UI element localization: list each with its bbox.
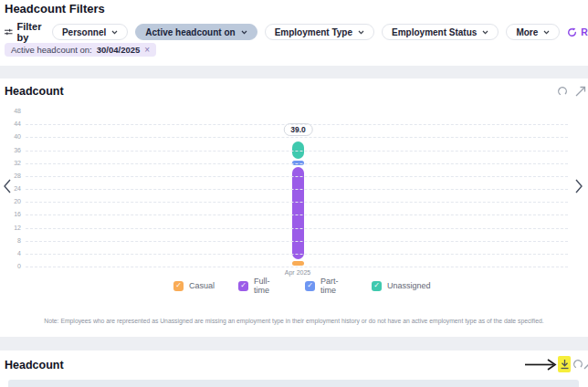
- headcount-chart-card: Headcount 39.0 Apr 2025 ✓Casual✓Full-tim…: [0, 78, 588, 337]
- section-divider: [0, 337, 588, 350]
- filter-by-label: Filter by: [17, 21, 45, 43]
- filter-tag-text: Active headcount on:: [11, 45, 92, 55]
- chevron-down-icon: [482, 30, 488, 35]
- y-axis-tick-label: 4: [0, 250, 21, 256]
- gridline: [26, 176, 568, 177]
- filter-button-label: More: [516, 27, 538, 37]
- annotation-arrow: [525, 359, 557, 371]
- y-axis-tick-label: 8: [0, 237, 21, 244]
- gridline: [26, 254, 568, 255]
- y-axis-tick-label: 48: [0, 108, 21, 114]
- y-axis-tick-label: 0: [0, 263, 21, 269]
- chart-note: Note: Employees who are represented as U…: [0, 318, 588, 324]
- legend-label: Full-time: [254, 277, 281, 296]
- chevron-down-icon: [111, 30, 118, 35]
- reset-filters-button[interactable]: Reset: [567, 26, 588, 37]
- legend-label: Unassigned: [387, 281, 415, 290]
- filter-button-label: Personnel: [62, 27, 106, 37]
- gridline: [26, 189, 568, 190]
- page-title: Headcount Filters: [5, 2, 105, 16]
- legend-item-parttime[interactable]: ✓Part-time: [305, 277, 348, 296]
- gridline: [26, 214, 568, 215]
- chart-title: Headcount: [5, 359, 64, 371]
- chart-toolbar: [557, 86, 588, 97]
- legend-item-casual[interactable]: ✓Casual: [173, 281, 215, 291]
- bar-segment-fulltime[interactable]: [292, 167, 304, 259]
- gridline: [26, 151, 568, 152]
- chart-title: Headcount: [5, 85, 64, 98]
- expand-icon[interactable]: [573, 86, 588, 97]
- chevron-down-icon: [543, 30, 550, 35]
- filter-button-label: Active headcount on: [145, 27, 235, 37]
- gridline: [26, 267, 568, 267]
- filter-button-employment-status[interactable]: Employment Status: [382, 24, 499, 40]
- legend-label: Part-time: [320, 277, 348, 296]
- filter-by-label-group: Filter by: [5, 21, 45, 43]
- zoom-reset-icon[interactable]: [572, 359, 583, 370]
- legend-checkbox-icon: ✓: [305, 281, 315, 291]
- dashboard: Headcount Filters Filter by Personnel Ac…: [0, 0, 588, 387]
- section-divider: [0, 66, 588, 78]
- tag-close-icon[interactable]: ×: [144, 45, 150, 55]
- y-axis-tick-label: 32: [0, 160, 21, 166]
- gridline: [26, 124, 568, 125]
- gridline: [26, 241, 568, 242]
- expand-icon[interactable]: [583, 359, 588, 370]
- y-axis-tick-label: 44: [0, 120, 21, 127]
- filter-button-active-headcount-on[interactable]: Active headcount on: [135, 24, 257, 40]
- download-icon: [560, 359, 570, 370]
- legend-item-fulltime[interactable]: ✓Full-time: [238, 277, 281, 296]
- y-axis-tick-label: 16: [0, 211, 21, 217]
- legend-checkbox-icon: ✓: [238, 281, 248, 291]
- y-axis-tick-label: 28: [0, 173, 21, 179]
- sliders-icon: [5, 26, 13, 37]
- legend-checkbox-icon: ✓: [372, 281, 382, 291]
- filter-button-label: Employment Status: [392, 27, 477, 37]
- filter-bar: Filter by Personnel Active headcount on …: [5, 21, 588, 43]
- reset-circular-arrow-icon: [567, 27, 577, 37]
- filter-tag-value: 30/04/2025: [97, 45, 141, 55]
- gridline: [26, 137, 568, 138]
- download-button[interactable]: [558, 356, 571, 372]
- legend-label: Casual: [189, 281, 215, 290]
- y-axis-tick-label: 20: [0, 198, 21, 204]
- y-axis-tick-label: 24: [0, 185, 21, 192]
- y-axis-tick-label: 36: [0, 147, 21, 153]
- y-axis-tick-label: 40: [0, 133, 21, 140]
- gridline: [26, 202, 568, 203]
- filter-button-employment-type[interactable]: Employment Type: [265, 24, 374, 40]
- chart-legend: ✓Casual✓Full-time✓Part-time✓Unassigned: [0, 277, 588, 296]
- y-axis-tick-label: 12: [0, 225, 21, 231]
- legend-checkbox-icon: ✓: [173, 281, 184, 291]
- gridline: [26, 228, 568, 229]
- x-axis-tick-label: Apr 2025: [285, 269, 310, 276]
- chevron-down-icon: [241, 30, 247, 35]
- bar-segment-casual[interactable]: [292, 261, 304, 266]
- gridline: [26, 163, 568, 164]
- table-header-strip: [8, 380, 579, 387]
- legend-item-unassigned[interactable]: ✓Unassigned: [372, 281, 415, 291]
- filter-button-label: Employment Type: [275, 27, 352, 37]
- reset-label: Reset: [581, 26, 588, 37]
- active-filter-tag: Active headcount on: 30/04/2025 ×: [5, 43, 156, 57]
- chevron-down-icon: [358, 30, 364, 35]
- filter-button-personnel[interactable]: Personnel: [52, 24, 128, 40]
- zoom-reset-icon[interactable]: [557, 86, 568, 97]
- chevron-right-icon[interactable]: [574, 179, 583, 194]
- filter-button-more[interactable]: More: [506, 24, 560, 40]
- plot-area: 39.0 Apr 2025: [26, 111, 568, 267]
